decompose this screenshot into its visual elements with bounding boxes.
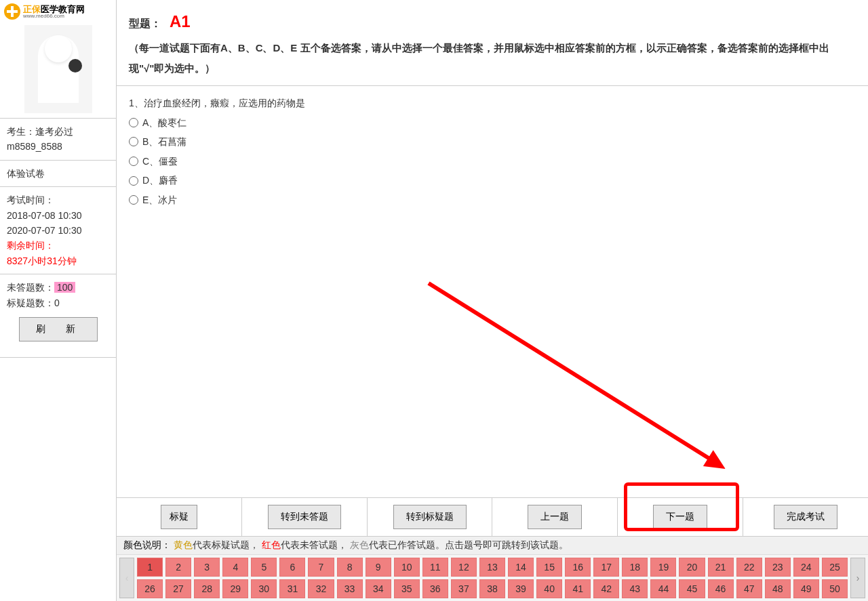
avatar [24, 25, 92, 113]
question-num-7[interactable]: 7 [308, 558, 334, 577]
radio-icon [129, 137, 138, 146]
examinee-info: 考生：逢考必过 m8589_8588 [0, 118, 116, 160]
question-num-36[interactable]: 36 [422, 579, 448, 598]
type-description: （每一道试题下面有A、B、C、D、E 五个备选答案，请从中选择一个最佳答案，并用… [129, 38, 856, 79]
question-num-41[interactable]: 41 [565, 579, 591, 598]
question-num-8[interactable]: 8 [337, 558, 363, 577]
unanswered-count: 100 [54, 282, 75, 293]
question-num-17[interactable]: 17 [593, 558, 619, 577]
question-num-15[interactable]: 15 [536, 558, 562, 577]
question-num-37[interactable]: 37 [451, 579, 477, 598]
question-num-38[interactable]: 38 [479, 579, 505, 598]
question-num-9[interactable]: 9 [366, 558, 391, 577]
color-legend: 颜色说明： 黄色代表标疑试题， 红色代表未答试题， 灰色代表已作答试题。点击题号… [117, 537, 868, 555]
question-num-3[interactable]: 3 [194, 558, 220, 577]
question-num-25[interactable]: 25 [822, 558, 848, 577]
radio-icon [129, 157, 138, 166]
nav-buttons-bar: 标疑 转到未答题 转到标疑题 上一题 下一题 完成考试 [117, 497, 868, 537]
question-num-5[interactable]: 5 [251, 558, 277, 577]
question-num-6[interactable]: 6 [279, 558, 305, 577]
question-num-49[interactable]: 49 [793, 579, 819, 598]
question-num-32[interactable]: 32 [308, 579, 334, 598]
question-num-4[interactable]: 4 [222, 558, 248, 577]
question-num-22[interactable]: 22 [736, 558, 762, 577]
question-num-47[interactable]: 47 [736, 579, 762, 598]
radio-icon [129, 195, 138, 205]
question-num-1[interactable]: 1 [137, 558, 163, 577]
question-num-12[interactable]: 12 [451, 558, 477, 577]
main-content: 型题： A1 （每一道试题下面有A、B、C、D、E 五个备选答案，请从中选择一个… [117, 0, 868, 601]
question-num-23[interactable]: 23 [765, 558, 791, 577]
nav-arrow-left[interactable]: ‹ [119, 558, 134, 598]
logo-area: 正保医学教育网 www.med66.com [0, 0, 116, 118]
paper-type: 体验试卷 [0, 160, 116, 186]
refresh-button[interactable]: 刷 新 [19, 317, 98, 341]
question-num-27[interactable]: 27 [165, 579, 191, 598]
question-num-13[interactable]: 13 [479, 558, 505, 577]
question-num-42[interactable]: 42 [593, 579, 619, 598]
option-a[interactable]: A、酸枣仁 [129, 114, 856, 132]
question-num-14[interactable]: 14 [508, 558, 534, 577]
question-num-33[interactable]: 33 [337, 579, 363, 598]
question-num-10[interactable]: 10 [394, 558, 420, 577]
question-num-2[interactable]: 2 [165, 558, 191, 577]
question-num-46[interactable]: 46 [708, 579, 734, 598]
question-num-21[interactable]: 21 [708, 558, 734, 577]
question-num-39[interactable]: 39 [508, 579, 534, 598]
question-body: 1、治疗血瘀经闭，癥瘕，应选用的药物是 A、酸枣仁 B、石菖蒲 C、僵蚕 D、麝… [117, 86, 868, 497]
question-num-40[interactable]: 40 [536, 579, 562, 598]
question-num-50[interactable]: 50 [822, 579, 848, 598]
question-num-31[interactable]: 31 [279, 579, 305, 598]
type-label: 型题： [129, 18, 161, 29]
exam-time-info: 考试时间： 2018-07-08 10:30 2020-07-07 10:30 … [0, 186, 116, 274]
goto-flagged-button[interactable]: 转到标疑题 [393, 505, 467, 529]
question-text: 1、治疗血瘀经闭，癥瘕，应选用的药物是 [129, 94, 856, 112]
question-num-19[interactable]: 19 [650, 558, 676, 577]
question-num-24[interactable]: 24 [793, 558, 819, 577]
radio-icon [129, 176, 138, 186]
question-num-26[interactable]: 26 [137, 579, 163, 598]
question-num-30[interactable]: 30 [251, 579, 277, 598]
sidebar: 正保医学教育网 www.med66.com 考生：逢考必过 m8589_8588… [0, 0, 117, 601]
question-num-16[interactable]: 16 [565, 558, 591, 577]
question-header: 型题： A1 （每一道试题下面有A、B、C、D、E 五个备选答案，请从中选择一个… [117, 0, 868, 86]
option-e[interactable]: E、冰片 [129, 191, 856, 209]
question-num-11[interactable]: 11 [422, 558, 448, 577]
flagged-count: 0 [54, 297, 60, 308]
question-num-43[interactable]: 43 [622, 579, 648, 598]
question-num-20[interactable]: 20 [679, 558, 705, 577]
radio-icon [129, 118, 138, 127]
option-b[interactable]: B、石菖蒲 [129, 133, 856, 151]
question-num-45[interactable]: 45 [679, 579, 705, 598]
prev-button[interactable]: 上一题 [528, 505, 582, 529]
nav-arrow-right[interactable]: › [850, 558, 865, 598]
question-num-48[interactable]: 48 [765, 579, 791, 598]
next-button[interactable]: 下一题 [653, 505, 707, 529]
question-num-34[interactable]: 34 [366, 579, 391, 598]
finish-button[interactable]: 完成考试 [774, 505, 837, 529]
question-num-29[interactable]: 29 [222, 579, 248, 598]
logo-icon [4, 3, 20, 20]
question-num-28[interactable]: 28 [194, 579, 220, 598]
flag-button[interactable]: 标疑 [161, 505, 197, 529]
question-num-35[interactable]: 35 [394, 579, 420, 598]
question-number-nav: ‹ 12345678910111213141516171819202122232… [117, 555, 868, 601]
logo: 正保医学教育网 www.med66.com [4, 1, 92, 22]
goto-unanswered-button[interactable]: 转到未答题 [268, 505, 341, 529]
question-num-44[interactable]: 44 [650, 579, 676, 598]
question-num-18[interactable]: 18 [622, 558, 648, 577]
type-value: A1 [170, 12, 191, 30]
counts-info: 未答题数：100 标疑题数：0 刷 新 [0, 274, 116, 358]
option-d[interactable]: D、麝香 [129, 171, 856, 190]
option-c[interactable]: C、僵蚕 [129, 152, 856, 171]
remain-time: 剩余时间： 8327小时31分钟 [7, 238, 109, 268]
